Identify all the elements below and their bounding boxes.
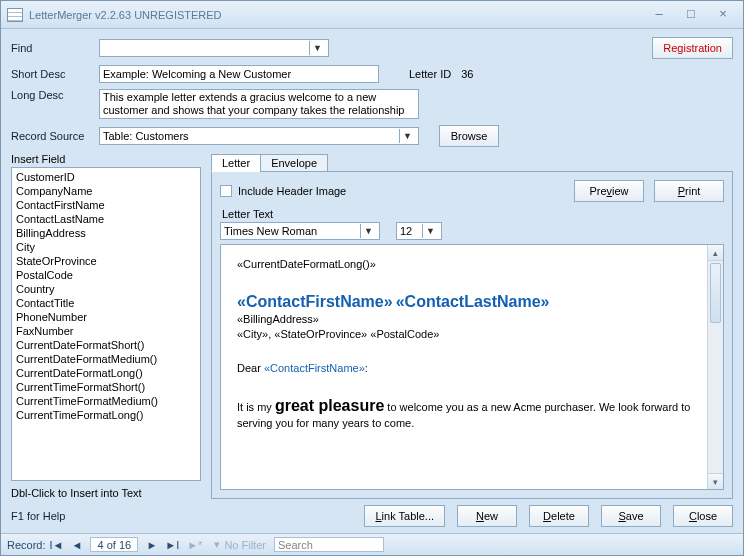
recordsource-combo[interactable]: Table: Customers▼ bbox=[99, 127, 419, 145]
search-box[interactable]: Search bbox=[274, 537, 384, 552]
app-icon bbox=[7, 8, 23, 22]
field-item[interactable]: City bbox=[16, 240, 196, 254]
field-item[interactable]: Country bbox=[16, 282, 196, 296]
filter-indicator: ▾No Filter bbox=[214, 538, 266, 551]
field-item[interactable]: PostalCode bbox=[16, 268, 196, 282]
field-item[interactable]: CurrentTimeFormatMedium() bbox=[16, 394, 196, 408]
field-item[interactable]: ContactFirstName bbox=[16, 198, 196, 212]
tab-letter[interactable]: Letter bbox=[211, 154, 261, 172]
find-combo[interactable]: ▼ bbox=[99, 39, 329, 57]
recordsource-label: Record Source bbox=[11, 130, 99, 142]
field-item[interactable]: CurrentDateFormatMedium() bbox=[16, 352, 196, 366]
tab-strip: Letter Envelope bbox=[211, 154, 733, 172]
app-window: LetterMerger v2.2.63 UNREGISTERED – □ × … bbox=[0, 0, 744, 556]
scroll-up-icon[interactable]: ▴ bbox=[708, 245, 723, 261]
nav-first-icon[interactable]: I◄ bbox=[46, 539, 68, 551]
letterid-label: Letter ID bbox=[409, 68, 451, 80]
record-navigator: Record: I◄ ◄ 4 of 16 ► ►I ►* ▾No Filter … bbox=[1, 533, 743, 555]
record-position[interactable]: 4 of 16 bbox=[90, 537, 138, 552]
letter-text-area[interactable]: «CurrentDateFormatLong()» «ContactFirstN… bbox=[220, 244, 724, 490]
dblclick-hint: Dbl-Click to Insert into Text bbox=[11, 487, 201, 499]
longdesc-label: Long Desc bbox=[11, 89, 99, 101]
field-item[interactable]: CurrentDateFormatLong() bbox=[16, 366, 196, 380]
field-item[interactable]: StateOrProvince bbox=[16, 254, 196, 268]
merge-date: «CurrentDateFormatLong()» bbox=[237, 257, 707, 272]
help-hint: F1 for Help bbox=[11, 510, 65, 522]
maximize-button[interactable]: □ bbox=[677, 6, 705, 24]
merge-billing: «BillingAddress» bbox=[237, 312, 707, 327]
field-item[interactable]: ContactLastName bbox=[16, 212, 196, 226]
merge-dear-name: «ContactFirstName» bbox=[264, 362, 365, 374]
client-area: Find ▼ Registration Short Desc Example: … bbox=[1, 29, 743, 533]
record-label: Record: bbox=[7, 539, 46, 551]
vertical-scrollbar[interactable]: ▴ ▾ bbox=[707, 245, 723, 489]
merge-csz: «City», «StateOrProvince» «PostalCode» bbox=[237, 327, 707, 342]
scroll-thumb[interactable] bbox=[710, 263, 721, 323]
find-label: Find bbox=[11, 42, 99, 54]
minimize-button[interactable]: – bbox=[645, 6, 673, 24]
field-item[interactable]: ContactTitle bbox=[16, 296, 196, 310]
nav-new-icon: ►* bbox=[183, 539, 206, 551]
close-button[interactable]: Close bbox=[673, 505, 733, 527]
field-item[interactable]: BillingAddress bbox=[16, 226, 196, 240]
nav-last-icon[interactable]: ►I bbox=[161, 539, 183, 551]
field-listbox[interactable]: CustomerIDCompanyNameContactFirstNameCon… bbox=[11, 167, 201, 481]
chevron-down-icon: ▼ bbox=[422, 224, 438, 238]
lettertext-label: Letter Text bbox=[222, 208, 724, 220]
font-combo[interactable]: Times New Roman▼ bbox=[220, 222, 380, 240]
shortdesc-label: Short Desc bbox=[11, 68, 99, 80]
field-item[interactable]: CurrentDateFormatShort() bbox=[16, 338, 196, 352]
merge-firstname: «ContactFirstName» bbox=[237, 293, 393, 310]
include-header-label: Include Header Image bbox=[238, 185, 346, 197]
shortdesc-input[interactable]: Example: Welcoming a New Customer bbox=[99, 65, 379, 83]
merge-lastname: «ContactLastName» bbox=[396, 293, 550, 310]
nav-prev-icon[interactable]: ◄ bbox=[67, 539, 86, 551]
field-item[interactable]: CurrentTimeFormatShort() bbox=[16, 380, 196, 394]
longdesc-input[interactable]: This example letter extends a gracius we… bbox=[99, 89, 419, 119]
close-window-button[interactable]: × bbox=[709, 6, 737, 24]
link-table-button[interactable]: Link Table... bbox=[364, 505, 445, 527]
letterid-value: 36 bbox=[461, 68, 473, 80]
field-item[interactable]: FaxNumber bbox=[16, 324, 196, 338]
field-item[interactable]: CustomerID bbox=[16, 170, 196, 184]
field-item[interactable]: CurrentTimeFormatLong() bbox=[16, 408, 196, 422]
titlebar: LetterMerger v2.2.63 UNREGISTERED – □ × bbox=[1, 1, 743, 29]
registration-button[interactable]: Registration bbox=[652, 37, 733, 59]
tab-envelope[interactable]: Envelope bbox=[260, 154, 328, 172]
chevron-down-icon: ▼ bbox=[360, 224, 376, 238]
preview-button[interactable]: Preview bbox=[574, 180, 644, 202]
funnel-icon: ▾ bbox=[214, 538, 220, 551]
new-button[interactable]: New bbox=[457, 505, 517, 527]
insert-field-label: Insert Field bbox=[11, 153, 201, 165]
window-title: LetterMerger v2.2.63 UNREGISTERED bbox=[29, 9, 222, 21]
fontsize-combo[interactable]: 12▼ bbox=[396, 222, 442, 240]
delete-button[interactable]: Delete bbox=[529, 505, 589, 527]
browse-button[interactable]: Browse bbox=[439, 125, 499, 147]
chevron-down-icon: ▼ bbox=[309, 41, 325, 55]
save-button[interactable]: Save bbox=[601, 505, 661, 527]
nav-next-icon[interactable]: ► bbox=[142, 539, 161, 551]
include-header-checkbox[interactable] bbox=[220, 185, 232, 197]
print-button[interactable]: Print bbox=[654, 180, 724, 202]
letter-tabpage: Include Header Image Preview Print Lette… bbox=[211, 171, 733, 499]
field-item[interactable]: PhoneNumber bbox=[16, 310, 196, 324]
chevron-down-icon: ▼ bbox=[399, 129, 415, 143]
scroll-down-icon[interactable]: ▾ bbox=[708, 473, 723, 489]
field-item[interactable]: CompanyName bbox=[16, 184, 196, 198]
